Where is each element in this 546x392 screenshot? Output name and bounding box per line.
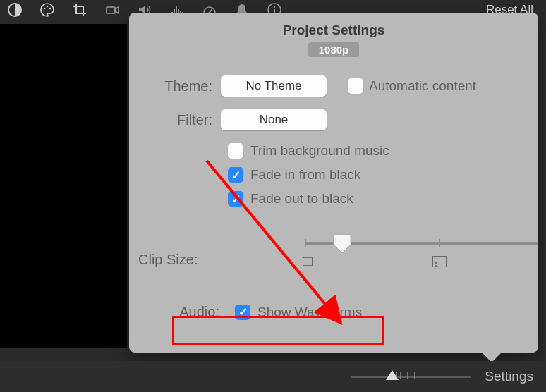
clipsize-label: Clip Size: [129, 252, 207, 268]
contrast-icon[interactable] [7, 2, 23, 18]
automatic-content-checkbox[interactable] [348, 78, 363, 94]
fadein-checkbox[interactable]: ✓ [228, 167, 243, 183]
thumb-small-icon [303, 257, 313, 266]
zoom-slider[interactable] [351, 366, 471, 387]
zoom-thumb[interactable] [386, 370, 399, 380]
bottom-bar: Settings [0, 361, 546, 392]
theme-label: Theme: [129, 78, 221, 94]
fadein-label: Fade in from black [250, 167, 360, 183]
palette-icon[interactable] [40, 2, 55, 18]
svg-point-2 [47, 6, 49, 8]
project-settings-popover: Project Settings 1080p Theme: No Theme A… [129, 13, 538, 353]
fadeout-checkbox[interactable]: ✓ [228, 191, 243, 207]
resolution-badge[interactable]: 1080p [308, 42, 359, 57]
trim-label: Trim background music [250, 143, 389, 159]
clipsize-slider[interactable] [305, 235, 539, 284]
svg-point-1 [44, 8, 46, 10]
crop-icon[interactable] [72, 2, 87, 18]
svg-rect-4 [107, 7, 115, 13]
thumb-big-icon [432, 256, 447, 267]
filter-select[interactable]: None [221, 109, 327, 130]
settings-button[interactable]: Settings [485, 369, 533, 384]
fadeout-label: Fade out to black [250, 191, 353, 207]
camera-icon[interactable] [104, 2, 120, 18]
svg-point-9 [435, 262, 437, 264]
svg-point-7 [274, 6, 275, 8]
theme-select[interactable]: No Theme [221, 75, 327, 97]
preview-area [0, 24, 127, 348]
annotation-highlight-box [172, 316, 384, 345]
popover-title: Project Settings [129, 23, 538, 38]
automatic-content-label: Automatic content [369, 78, 476, 94]
svg-point-3 [49, 8, 51, 10]
trim-checkbox[interactable] [228, 143, 243, 159]
filter-label: Filter: [129, 112, 221, 128]
